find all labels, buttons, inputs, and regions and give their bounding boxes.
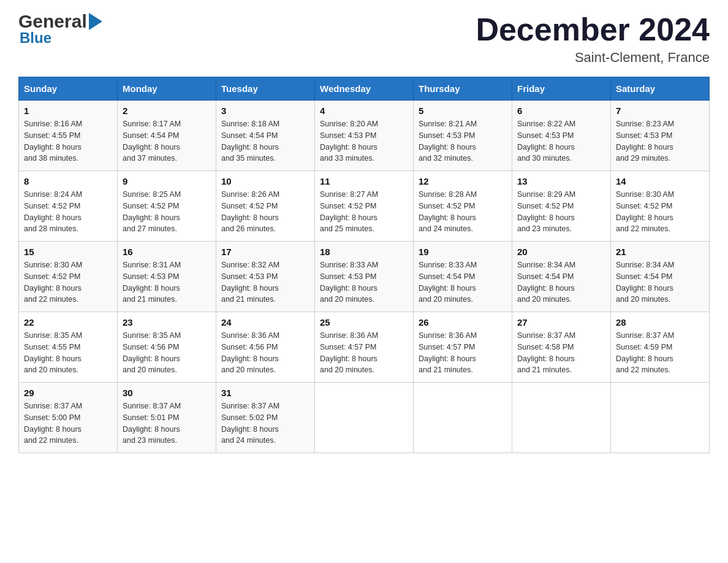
calendar-body: 1 Sunrise: 8:16 AMSunset: 4:55 PMDayligh…: [19, 101, 710, 453]
day-info: Sunrise: 8:36 AMSunset: 4:57 PMDaylight:…: [419, 331, 477, 374]
day-cell: [611, 383, 710, 453]
day-cell: 5 Sunrise: 8:21 AMSunset: 4:53 PMDayligh…: [414, 101, 512, 171]
day-number: 23: [123, 317, 211, 327]
day-number: 11: [320, 176, 408, 186]
header-monday: Monday: [118, 77, 216, 101]
day-info: Sunrise: 8:36 AMSunset: 4:56 PMDaylight:…: [221, 331, 279, 374]
day-info: Sunrise: 8:25 AMSunset: 4:52 PMDaylight:…: [123, 190, 181, 233]
day-cell: 4 Sunrise: 8:20 AMSunset: 4:53 PMDayligh…: [315, 101, 414, 171]
logo-blue-text: Blue: [20, 31, 51, 45]
day-info: Sunrise: 8:16 AMSunset: 4:55 PMDaylight:…: [24, 120, 82, 163]
day-number: 14: [616, 176, 704, 186]
day-number: 28: [616, 317, 704, 327]
day-number: 13: [517, 176, 605, 186]
logo: General Blue: [18, 12, 102, 45]
day-number: 1: [24, 105, 112, 116]
day-info: Sunrise: 8:17 AMSunset: 4:54 PMDaylight:…: [123, 120, 181, 163]
day-info: Sunrise: 8:27 AMSunset: 4:52 PMDaylight:…: [320, 190, 378, 233]
day-number: 10: [221, 176, 309, 186]
day-number: 7: [616, 105, 704, 116]
day-info: Sunrise: 8:29 AMSunset: 4:52 PMDaylight:…: [517, 190, 575, 233]
day-cell: 29 Sunrise: 8:37 AMSunset: 5:00 PMDaylig…: [19, 383, 118, 453]
day-cell: 27 Sunrise: 8:37 AMSunset: 4:58 PMDaylig…: [512, 312, 611, 383]
svg-marker-0: [89, 13, 102, 30]
day-number: 3: [221, 105, 309, 116]
location-subtitle: Saint-Clement, France: [476, 50, 710, 66]
day-info: Sunrise: 8:30 AMSunset: 4:52 PMDaylight:…: [24, 261, 82, 304]
day-info: Sunrise: 8:22 AMSunset: 4:53 PMDaylight:…: [517, 120, 575, 163]
week-row-2: 8 Sunrise: 8:24 AMSunset: 4:52 PMDayligh…: [19, 171, 710, 242]
header-saturday: Saturday: [611, 77, 710, 101]
day-cell: 23 Sunrise: 8:35 AMSunset: 4:56 PMDaylig…: [118, 312, 216, 383]
day-number: 15: [24, 247, 112, 257]
logo-general-text: General: [18, 12, 87, 31]
day-cell: 1 Sunrise: 8:16 AMSunset: 4:55 PMDayligh…: [19, 101, 118, 171]
calendar-table: SundayMondayTuesdayWednesdayThursdayFrid…: [18, 77, 710, 453]
week-row-1: 1 Sunrise: 8:16 AMSunset: 4:55 PMDayligh…: [19, 101, 710, 171]
calendar-header: SundayMondayTuesdayWednesdayThursdayFrid…: [19, 77, 710, 101]
day-info: Sunrise: 8:37 AMSunset: 5:02 PMDaylight:…: [221, 402, 279, 445]
day-info: Sunrise: 8:37 AMSunset: 4:58 PMDaylight:…: [517, 331, 575, 374]
day-number: 4: [320, 105, 408, 116]
header-wednesday: Wednesday: [315, 77, 414, 101]
week-row-4: 22 Sunrise: 8:35 AMSunset: 4:55 PMDaylig…: [19, 312, 710, 383]
day-info: Sunrise: 8:20 AMSunset: 4:53 PMDaylight:…: [320, 120, 378, 163]
day-cell: 21 Sunrise: 8:34 AMSunset: 4:54 PMDaylig…: [611, 242, 710, 312]
day-cell: 25 Sunrise: 8:36 AMSunset: 4:57 PMDaylig…: [315, 312, 414, 383]
day-cell: 26 Sunrise: 8:36 AMSunset: 4:57 PMDaylig…: [414, 312, 512, 383]
day-info: Sunrise: 8:34 AMSunset: 4:54 PMDaylight:…: [616, 261, 674, 304]
day-cell: 11 Sunrise: 8:27 AMSunset: 4:52 PMDaylig…: [315, 171, 414, 242]
day-cell: 13 Sunrise: 8:29 AMSunset: 4:52 PMDaylig…: [512, 171, 611, 242]
day-number: 25: [320, 317, 408, 327]
day-number: 31: [221, 388, 309, 398]
day-info: Sunrise: 8:28 AMSunset: 4:52 PMDaylight:…: [419, 190, 477, 233]
month-year-title: December 2024: [476, 12, 710, 47]
day-cell: 22 Sunrise: 8:35 AMSunset: 4:55 PMDaylig…: [19, 312, 118, 383]
page-header: General Blue December 2024 Saint-Clement…: [18, 12, 710, 66]
day-number: 24: [221, 317, 309, 327]
day-number: 27: [517, 317, 605, 327]
day-info: Sunrise: 8:34 AMSunset: 4:54 PMDaylight:…: [517, 261, 575, 304]
day-info: Sunrise: 8:35 AMSunset: 4:56 PMDaylight:…: [123, 331, 181, 374]
header-row: SundayMondayTuesdayWednesdayThursdayFrid…: [19, 77, 710, 101]
day-info: Sunrise: 8:30 AMSunset: 4:52 PMDaylight:…: [616, 190, 674, 233]
day-cell: 28 Sunrise: 8:37 AMSunset: 4:59 PMDaylig…: [611, 312, 710, 383]
day-info: Sunrise: 8:18 AMSunset: 4:54 PMDaylight:…: [221, 120, 279, 163]
header-tuesday: Tuesday: [216, 77, 315, 101]
week-row-5: 29 Sunrise: 8:37 AMSunset: 5:00 PMDaylig…: [19, 383, 710, 453]
day-number: 6: [517, 105, 605, 116]
day-info: Sunrise: 8:33 AMSunset: 4:54 PMDaylight:…: [419, 261, 477, 304]
day-number: 12: [419, 176, 507, 186]
week-row-3: 15 Sunrise: 8:30 AMSunset: 4:52 PMDaylig…: [19, 242, 710, 312]
day-number: 9: [123, 176, 211, 186]
day-number: 18: [320, 247, 408, 257]
header-friday: Friday: [512, 77, 611, 101]
day-number: 19: [419, 247, 507, 257]
day-cell: 8 Sunrise: 8:24 AMSunset: 4:52 PMDayligh…: [19, 171, 118, 242]
day-cell: 3 Sunrise: 8:18 AMSunset: 4:54 PMDayligh…: [216, 101, 315, 171]
day-cell: 30 Sunrise: 8:37 AMSunset: 5:01 PMDaylig…: [118, 383, 216, 453]
day-number: 22: [24, 317, 112, 327]
day-info: Sunrise: 8:37 AMSunset: 5:01 PMDaylight:…: [123, 402, 181, 445]
day-number: 2: [123, 105, 211, 116]
day-info: Sunrise: 8:31 AMSunset: 4:53 PMDaylight:…: [123, 261, 181, 304]
day-number: 30: [123, 388, 211, 398]
day-cell: 18 Sunrise: 8:33 AMSunset: 4:53 PMDaylig…: [315, 242, 414, 312]
day-cell: 10 Sunrise: 8:26 AMSunset: 4:52 PMDaylig…: [216, 171, 315, 242]
day-info: Sunrise: 8:24 AMSunset: 4:52 PMDaylight:…: [24, 190, 82, 233]
title-section: December 2024 Saint-Clement, France: [476, 12, 710, 66]
day-info: Sunrise: 8:36 AMSunset: 4:57 PMDaylight:…: [320, 331, 378, 374]
day-info: Sunrise: 8:32 AMSunset: 4:53 PMDaylight:…: [221, 261, 279, 304]
day-number: 20: [517, 247, 605, 257]
day-number: 26: [419, 317, 507, 327]
day-cell: 24 Sunrise: 8:36 AMSunset: 4:56 PMDaylig…: [216, 312, 315, 383]
day-info: Sunrise: 8:26 AMSunset: 4:52 PMDaylight:…: [221, 190, 279, 233]
day-number: 17: [221, 247, 309, 257]
day-cell: [512, 383, 611, 453]
day-number: 16: [123, 247, 211, 257]
logo-triangle-icon: [89, 13, 102, 30]
day-cell: [315, 383, 414, 453]
day-cell: 14 Sunrise: 8:30 AMSunset: 4:52 PMDaylig…: [611, 171, 710, 242]
day-cell: 12 Sunrise: 8:28 AMSunset: 4:52 PMDaylig…: [414, 171, 512, 242]
day-info: Sunrise: 8:33 AMSunset: 4:53 PMDaylight:…: [320, 261, 378, 304]
